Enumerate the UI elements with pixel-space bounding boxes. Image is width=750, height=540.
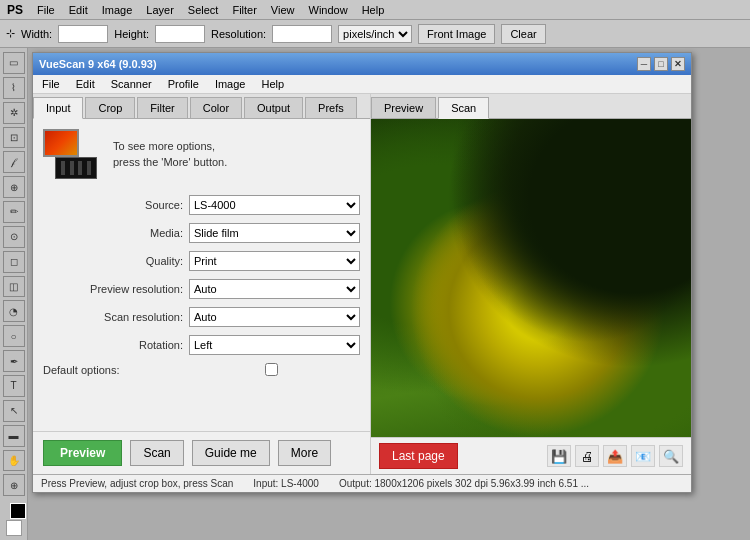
tab-color[interactable]: Color <box>190 97 242 118</box>
tab-crop[interactable]: Crop <box>85 97 135 118</box>
vs-menu-scanner[interactable]: Scanner <box>108 77 155 91</box>
path-selection-tool[interactable]: ↖ <box>3 400 25 422</box>
resolution-label: Resolution: <box>211 28 266 40</box>
tab-filter[interactable]: Filter <box>137 97 187 118</box>
ps-menubar: PS File Edit Image Layer Select Filter V… <box>0 0 750 20</box>
eraser-tool[interactable]: ◻ <box>3 251 25 273</box>
close-button[interactable]: ✕ <box>671 57 685 71</box>
guide-me-button[interactable]: Guide me <box>192 440 270 466</box>
left-tabs: Input Crop Filter Color Output Prefs <box>33 94 370 119</box>
height-label: Height: <box>114 28 149 40</box>
vs-right-panel: Preview Scan Last page 💾 <box>371 94 691 474</box>
resolution-input[interactable] <box>272 25 332 43</box>
scan-res-select[interactable]: Auto <box>189 307 360 327</box>
vs-menubar: File Edit Scanner Profile Image Help <box>33 75 691 94</box>
status-left: Press Preview, adjust crop box, press Sc… <box>41 478 233 489</box>
save-icon[interactable]: 💾 <box>547 445 571 467</box>
resolution-unit-select[interactable]: pixels/inch <box>338 25 412 43</box>
shape-tool[interactable]: ▬ <box>3 425 25 447</box>
tab-input[interactable]: Input <box>33 97 83 119</box>
last-page-button[interactable]: Last page <box>379 443 458 469</box>
main-area: ▭ ⌇ ✲ ⊡ 𝒻 ⊕ ✏ ⊙ ◻ ◫ ◔ ○ ✒ T ↖ ▬ ✋ ⊕ VueS… <box>0 48 750 540</box>
gradient-tool[interactable]: ◫ <box>3 276 25 298</box>
width-input[interactable] <box>58 25 108 43</box>
more-button[interactable]: More <box>278 440 331 466</box>
ps-menu-view[interactable]: View <box>268 4 298 16</box>
ps-menu-edit[interactable]: Edit <box>66 4 91 16</box>
tab-prefs[interactable]: Prefs <box>305 97 357 118</box>
source-row: Source: LS-4000 <box>43 195 360 215</box>
height-input[interactable] <box>155 25 205 43</box>
vs-menu-help[interactable]: Help <box>258 77 287 91</box>
ps-menu-file[interactable]: File <box>34 4 58 16</box>
magic-wand-tool[interactable]: ✲ <box>3 102 25 124</box>
tab-output[interactable]: Output <box>244 97 303 118</box>
preview-res-select[interactable]: Auto <box>189 279 360 299</box>
tab-scan[interactable]: Scan <box>438 97 489 119</box>
vs-menu-profile[interactable]: Profile <box>165 77 202 91</box>
brush-tool[interactable]: ✏ <box>3 201 25 223</box>
text-tool[interactable]: T <box>3 375 25 397</box>
preview-res-row: Preview resolution: Auto <box>43 279 360 299</box>
ps-logo: PS <box>4 3 26 17</box>
input-content: To see more options,press the 'More' but… <box>33 119 370 431</box>
vs-buttons: Preview Scan Guide me More <box>33 431 370 474</box>
source-select[interactable]: LS-4000 <box>189 195 360 215</box>
media-row: Media: Slide film <box>43 223 360 243</box>
default-options-label: Default options: <box>43 364 119 376</box>
front-image-button[interactable]: Front Image <box>418 24 495 44</box>
ps-menu-image[interactable]: Image <box>99 4 136 16</box>
ps-menu-filter[interactable]: Filter <box>229 4 259 16</box>
eyedropper-tool[interactable]: 𝒻 <box>3 151 25 173</box>
vs-menu-edit[interactable]: Edit <box>73 77 98 91</box>
default-options-checkbox[interactable] <box>265 363 278 376</box>
media-select[interactable]: Slide film <box>189 223 360 243</box>
selection-tool[interactable]: ▭ <box>3 52 25 74</box>
lasso-tool[interactable]: ⌇ <box>3 77 25 99</box>
quality-row: Quality: Print <box>43 251 360 271</box>
background-color[interactable] <box>6 520 22 536</box>
ps-menu-help[interactable]: Help <box>359 4 388 16</box>
default-options-row: Default options: <box>43 363 360 376</box>
print-icon[interactable]: 🖨 <box>575 445 599 467</box>
rotation-select[interactable]: Left <box>189 335 360 355</box>
zoom-in-icon[interactable]: 🔍 <box>659 445 683 467</box>
icon-bar: Last page 💾 🖨 📤 📧 🔍 <box>371 437 691 474</box>
vs-menu-image[interactable]: Image <box>212 77 249 91</box>
preview-res-label: Preview resolution: <box>43 283 183 295</box>
right-tabs: Preview Scan <box>371 94 691 119</box>
ps-menu-layer[interactable]: Layer <box>143 4 177 16</box>
vs-left-panel: Input Crop Filter Color Output Prefs <box>33 94 371 474</box>
quality-label: Quality: <box>43 255 183 267</box>
ps-left-toolbar: ▭ ⌇ ✲ ⊡ 𝒻 ⊕ ✏ ⊙ ◻ ◫ ◔ ○ ✒ T ↖ ▬ ✋ ⊕ <box>0 48 28 540</box>
zoom-tool[interactable]: ⊕ <box>3 474 25 496</box>
blur-tool[interactable]: ◔ <box>3 300 25 322</box>
maximize-button[interactable]: □ <box>654 57 668 71</box>
ps-menu-select[interactable]: Select <box>185 4 222 16</box>
preview-area <box>371 119 691 437</box>
scan-res-row: Scan resolution: Auto <box>43 307 360 327</box>
preview-button[interactable]: Preview <box>43 440 122 466</box>
clear-button[interactable]: Clear <box>501 24 545 44</box>
info-box: To see more options,press the 'More' but… <box>43 129 360 179</box>
clone-tool[interactable]: ⊙ <box>3 226 25 248</box>
title-bar: VueScan 9 x64 (9.0.93) ─ □ ✕ <box>33 53 691 75</box>
email-icon[interactable]: 📧 <box>631 445 655 467</box>
pen-tool[interactable]: ✒ <box>3 350 25 372</box>
title-text: VueScan 9 x64 (9.0.93) <box>39 58 157 70</box>
healing-brush-tool[interactable]: ⊕ <box>3 176 25 198</box>
tab-preview[interactable]: Preview <box>371 97 436 118</box>
export-icon[interactable]: 📤 <box>603 445 627 467</box>
ps-menu-window[interactable]: Window <box>306 4 351 16</box>
crop-tool[interactable]: ⊡ <box>3 127 25 149</box>
vs-content: Input Crop Filter Color Output Prefs <box>33 94 691 474</box>
scan-button[interactable]: Scan <box>130 440 183 466</box>
hand-tool[interactable]: ✋ <box>3 450 25 472</box>
quality-select[interactable]: Print <box>189 251 360 271</box>
minimize-button[interactable]: ─ <box>637 57 651 71</box>
ps-toolbar: ⊹ Width: Height: Resolution: pixels/inch… <box>0 20 750 48</box>
rotation-label: Rotation: <box>43 339 183 351</box>
foreground-color[interactable] <box>10 503 26 519</box>
dodge-tool[interactable]: ○ <box>3 325 25 347</box>
vs-menu-file[interactable]: File <box>39 77 63 91</box>
